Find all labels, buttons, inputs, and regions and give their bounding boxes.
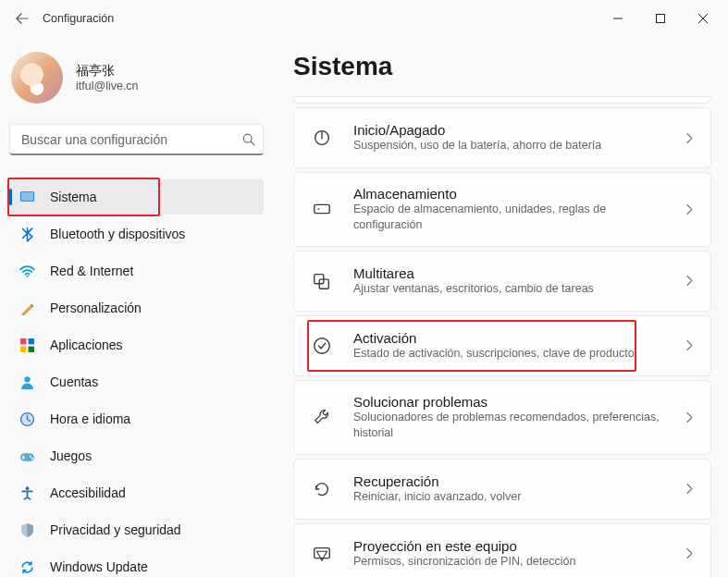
search-box[interactable] [9, 124, 264, 155]
sidebar-item-juegos[interactable]: Juegos [9, 438, 264, 473]
profile-name: 福亭张 [76, 63, 139, 80]
chevron-right-icon [684, 547, 696, 559]
card-title: Multitarea [353, 265, 669, 281]
sidebar-item-accesibilidad[interactable]: Accesibilidad [9, 475, 264, 510]
card-subtitle: Permisos, sincronización de PIN, detecci… [353, 554, 669, 570]
hora-icon [19, 411, 35, 427]
sidebar-item-personalizacion[interactable]: Personalización [9, 290, 264, 325]
multitask-icon [305, 264, 339, 298]
search-input[interactable] [21, 132, 242, 147]
card-subtitle: Reiniciar, inicio avanzado, volver [353, 489, 669, 505]
window-controls [597, 4, 724, 33]
card-title: Solucionar problemas [353, 394, 669, 410]
card-subtitle: Solucionadores de problemas recomendados… [353, 410, 669, 441]
window-title: Configuración [43, 12, 114, 25]
card-title: Activación [353, 330, 669, 346]
sidebar-item-aplicaciones[interactable]: Aplicaciones [9, 327, 264, 362]
card-title: Almacenamiento [353, 186, 669, 202]
red-icon [19, 263, 35, 279]
page-title: Sistema [293, 52, 711, 81]
settings-card-multitask[interactable]: Multitarea Ajustar ventanas, escritorios… [293, 251, 711, 312]
sidebar-item-bluetooth[interactable]: Bluetooth y dispositivos [9, 216, 264, 252]
sidebar-item-label: Privacidad y seguridad [50, 522, 181, 537]
profile-block[interactable]: 福亭张 itful@live.cn [9, 46, 264, 124]
sidebar-item-label: Sistema [50, 190, 97, 204]
main-panel: Sistema Inicio/Apagado Suspensión, uso d… [273, 37, 728, 577]
arrow-left-icon [16, 12, 29, 25]
avatar [11, 52, 63, 104]
projecting-icon [305, 537, 339, 571]
minimize-button[interactable] [597, 4, 639, 33]
chevron-right-icon [684, 132, 696, 144]
close-icon [698, 14, 708, 23]
sidebar: 福亭张 itful@live.cn Sistema Bluetooth y di… [0, 37, 273, 577]
storage-icon [305, 192, 339, 226]
sidebar-item-sistema[interactable]: Sistema [9, 179, 264, 215]
sidebar-item-label: Hora e idioma [50, 411, 130, 426]
card-title: Recuperación [353, 473, 669, 489]
personalizacion-icon [19, 300, 35, 316]
search-icon [242, 133, 255, 146]
sidebar-item-label: Windows Update [50, 559, 148, 574]
svg-point-1 [243, 134, 252, 142]
settings-list: Inicio/Apagado Suspensión, uso de la bat… [293, 107, 711, 577]
settings-card-recovery[interactable]: Recuperación Reiniciar, inicio avanzado,… [293, 459, 711, 520]
settings-card-projecting[interactable]: Proyección en este equipo Permisos, sinc… [293, 523, 711, 578]
activation-icon [305, 329, 339, 362]
back-button[interactable] [9, 6, 35, 31]
cuentas-icon [19, 374, 35, 390]
maximize-button[interactable] [639, 4, 682, 33]
profile-email: itful@live.cn [76, 80, 139, 92]
power-icon [305, 121, 339, 154]
aplicaciones-icon [19, 337, 35, 353]
update-icon [19, 559, 35, 575]
nav-list: Sistema Bluetooth y dispositivos Red & I… [9, 179, 264, 577]
juegos-icon [19, 448, 35, 464]
minimize-icon [613, 14, 623, 23]
card-subtitle: Espacio de almacenamiento, unidades, reg… [353, 202, 669, 233]
troubleshoot-icon [305, 400, 339, 434]
maximize-icon [656, 14, 665, 23]
accesibilidad-icon [19, 485, 35, 501]
card-title: Proyección en este equipo [353, 538, 669, 554]
titlebar: Configuración [0, 0, 728, 37]
card-stub [293, 96, 711, 104]
sidebar-item-label: Bluetooth y dispositivos [50, 227, 185, 241]
sidebar-item-red[interactable]: Red & Internet [9, 253, 264, 288]
card-subtitle: Estado de activación, suscripciones, cla… [353, 346, 669, 362]
sistema-icon [19, 189, 35, 205]
card-subtitle: Suspensión, uso de la batería, ahorro de… [353, 138, 669, 153]
sidebar-item-label: Juegos [50, 448, 92, 463]
chevron-right-icon [684, 411, 696, 424]
close-button[interactable] [682, 4, 724, 33]
chevron-right-icon [684, 483, 696, 495]
sidebar-item-cuentas[interactable]: Cuentas [9, 364, 264, 399]
sidebar-item-label: Personalización [50, 301, 142, 315]
recovery-icon [305, 473, 339, 506]
svg-rect-0 [657, 15, 665, 23]
settings-card-troubleshoot[interactable]: Solucionar problemas Solucionadores de p… [293, 380, 711, 455]
sidebar-item-label: Cuentas [50, 374, 98, 389]
card-subtitle: Ajustar ventanas, escritorios, cambio de… [353, 281, 669, 297]
sidebar-item-hora[interactable]: Hora e idioma [9, 401, 264, 436]
sidebar-item-label: Accesibilidad [50, 485, 126, 500]
bluetooth-icon [19, 226, 35, 242]
card-title: Inicio/Apagado [353, 122, 669, 138]
sidebar-item-label: Aplicaciones [50, 338, 123, 352]
chevron-right-icon [684, 339, 696, 351]
chevron-right-icon [684, 203, 696, 215]
sidebar-item-label: Red & Internet [50, 264, 133, 278]
settings-card-activation[interactable]: Activación Estado de activación, suscrip… [293, 315, 711, 376]
chevron-right-icon [684, 275, 696, 287]
privacidad-icon [19, 522, 35, 538]
sidebar-item-update[interactable]: Windows Update [9, 549, 264, 577]
sidebar-item-privacidad[interactable]: Privacidad y seguridad [9, 512, 264, 547]
settings-card-power[interactable]: Inicio/Apagado Suspensión, uso de la bat… [293, 107, 711, 168]
settings-card-storage[interactable]: Almacenamiento Espacio de almacenamiento… [293, 172, 711, 247]
